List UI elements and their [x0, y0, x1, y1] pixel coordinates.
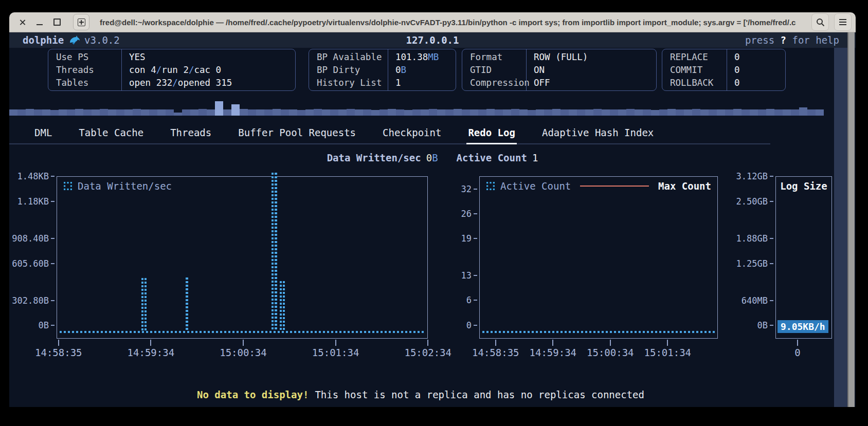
sparkline-bar	[256, 109, 264, 116]
sparkline-bar	[478, 109, 486, 116]
sparkline-bar	[92, 109, 100, 116]
stats-panel-server: Use PSYESThreadscon 4/run 2/cac 0Tableso…	[48, 49, 296, 91]
sparkline-bar	[725, 109, 733, 116]
menu-button[interactable]	[834, 13, 852, 31]
app-version: v3.0.2	[84, 34, 120, 46]
sparkline-bar	[26, 109, 34, 116]
y-tick-0b: 0B	[757, 319, 773, 331]
sparkline-bar	[569, 109, 577, 116]
data-written-plot: Data Written/sec	[57, 176, 428, 339]
sparkline-bar	[799, 107, 807, 116]
sparkline-bar	[536, 109, 544, 116]
y-tick-302-80b: 302.80B	[12, 294, 55, 307]
sparkline-bar	[116, 109, 124, 116]
y-tick-1-88gb: 1.88GB	[736, 232, 773, 245]
baseline-dots	[60, 331, 425, 333]
stats-panel-binlog: FormatROW (FULL)GTIDONCompressionOFF	[462, 49, 657, 91]
sparkline-bar	[470, 109, 478, 116]
maximize-button[interactable]	[48, 13, 66, 31]
sparkline-bar	[314, 109, 322, 116]
x-tick-15-01-34: 15:01:34	[312, 340, 359, 358]
terminal-scrollbar[interactable]	[847, 32, 855, 407]
tab-buffer-pool-requests[interactable]: Buffer Pool Requests	[237, 127, 357, 143]
sparkline-bar	[281, 109, 289, 116]
close-icon	[19, 19, 26, 26]
panel-scrollbar[interactable]	[834, 48, 847, 407]
y-tick-0b: 0B	[39, 319, 55, 331]
stat-value: 0	[727, 64, 740, 77]
tab-table-cache[interactable]: Table Cache	[77, 127, 145, 143]
sparkline-bar	[511, 109, 519, 116]
sparkline-bar	[322, 109, 330, 116]
x-axis-data-written: 14:58:3514:59:3415:00:3415:01:3415:02:34	[35, 340, 451, 358]
sparkline-bar	[355, 109, 363, 116]
sparkline-bar	[17, 109, 26, 116]
stat-label: BP Available	[309, 51, 388, 64]
search-button[interactable]	[811, 13, 829, 31]
sparkline-bar	[223, 109, 231, 116]
tab-adaptive-hash-index[interactable]: Adaptive Hash Index	[540, 127, 655, 143]
sparkline-bar	[124, 109, 133, 116]
sparkline-bar	[34, 109, 42, 116]
x-tick-14-59-34: 14:59:34	[530, 340, 577, 358]
sparkline-bar	[774, 109, 783, 116]
sparkline-bar	[215, 101, 223, 116]
dolphin-icon	[68, 34, 80, 46]
y-tick-6: 6	[466, 294, 477, 306]
tab-checkpoint[interactable]: Checkpoint	[381, 127, 443, 143]
sparkline	[9, 100, 825, 116]
sparkline-bar	[667, 109, 676, 116]
baseline-dots	[482, 331, 715, 333]
y-tick-1-48kb: 1.48KB	[17, 170, 55, 182]
no-data-warning: No data to display!	[197, 389, 309, 400]
sparkline-bar	[495, 109, 503, 116]
panel-divider	[727, 49, 727, 90]
hamburger-icon	[839, 19, 846, 25]
new-tab-button[interactable]	[73, 14, 89, 30]
sparkline-bar	[379, 109, 388, 116]
stat-label: GTID	[462, 64, 526, 77]
stat-row-format: FormatROW (FULL)	[462, 51, 656, 64]
tab-dml[interactable]: DML	[33, 127, 53, 143]
chart-spike	[186, 277, 188, 331]
sparkline-bar	[437, 109, 445, 116]
window-title: fred@dell:~/workspace/dolphie — /home/fr…	[100, 18, 796, 27]
minimize-button[interactable]	[31, 13, 48, 31]
sparkline-bar	[108, 109, 116, 116]
stat-row-history-list: History List1	[309, 77, 456, 89]
stat-row-rollback: ROLLBACK0	[662, 77, 785, 89]
sparkline-bar	[717, 109, 725, 116]
sparkline-bar	[528, 110, 536, 116]
chart-legend: Active Count Max Count	[480, 177, 717, 195]
sparkline-bar	[190, 109, 198, 116]
sparkline-bar	[42, 109, 50, 116]
sparkline-bar	[618, 109, 626, 116]
sparkline-bar	[503, 109, 511, 116]
panel-divider	[388, 49, 388, 90]
y-tick-908-40b: 908.40B	[12, 232, 55, 245]
chart-spike	[141, 278, 147, 331]
stat-row-threads: Threadscon 4/run 2/cac 0	[48, 64, 295, 77]
panel-divider	[526, 49, 527, 90]
stat-label: Threads	[48, 64, 121, 77]
max-count-label: Max Count	[658, 180, 711, 192]
close-button[interactable]	[13, 13, 31, 31]
stat-value: 0B	[388, 64, 406, 77]
x-tick-14-58-35: 14:58:35	[35, 340, 82, 358]
active-count-plot: Active Count Max Count	[479, 176, 718, 339]
max-count-line	[580, 186, 649, 187]
titlebar[interactable]: fred@dell:~/workspace/dolphie — /home/fr…	[9, 12, 856, 32]
sparkline-bar	[207, 109, 215, 116]
stats-panel-buffer-pool: BP Available101.38MBBP Dirty0BHistory Li…	[309, 49, 456, 91]
series-dots-icon	[486, 181, 495, 191]
app-brand: dolphie v3.0.2	[23, 34, 120, 46]
stat-value: 0	[727, 77, 740, 89]
y-tick-1-18kb: 1.18KB	[17, 195, 55, 208]
tab-redo-log[interactable]: Redo Log	[466, 127, 517, 144]
y-tick-2-50gb: 2.50GB	[736, 195, 773, 208]
stat-row-compression: CompressionOFF	[462, 77, 656, 89]
y-axis-data-written: 1.48KB1.18KB908.40B605.60B302.80B0B	[9, 169, 55, 339]
tab-threads[interactable]: Threads	[169, 127, 213, 143]
stat-row-replace: REPLACE0	[662, 51, 785, 64]
sparkline-bar	[742, 109, 750, 116]
